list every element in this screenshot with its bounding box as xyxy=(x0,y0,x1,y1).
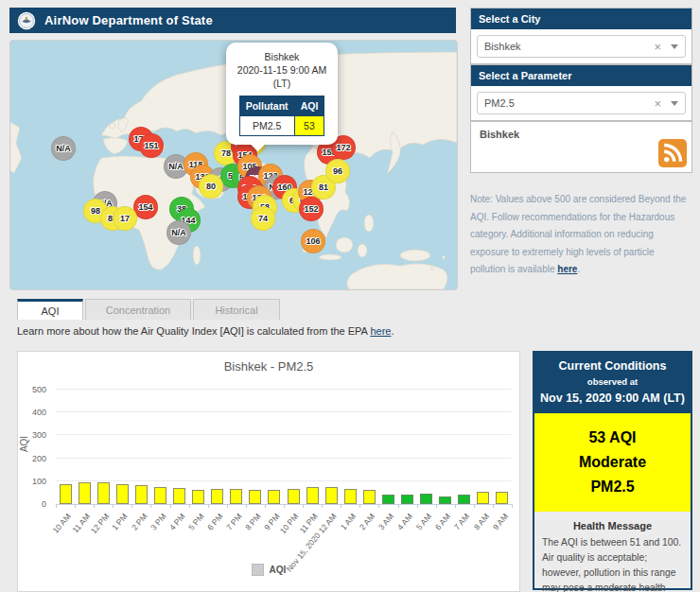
x-axis-label: 8 AM xyxy=(471,512,490,531)
popup-aqi-value: 53 xyxy=(294,115,324,135)
conditions-header: Current Conditions observed at Nov 15, 2… xyxy=(534,353,691,413)
map-marker-na[interactable]: N/A xyxy=(51,136,76,161)
parameter-panel: Select a Parameter PM2.5 × xyxy=(470,64,692,121)
x-axis-tick xyxy=(246,504,247,508)
department-of-state-seal-icon xyxy=(17,11,36,30)
conditions-title: Current Conditions xyxy=(538,357,687,375)
map-marker-106[interactable]: 106 xyxy=(301,229,325,253)
tab-historical[interactable]: Historical xyxy=(193,299,280,320)
legend-swatch xyxy=(252,564,264,576)
popup-city: Bishkek xyxy=(232,50,332,63)
tab-concentration[interactable]: Concentration xyxy=(85,299,191,320)
x-axis-tick xyxy=(227,504,228,508)
chart-bar xyxy=(306,487,319,504)
chart-bar xyxy=(192,490,204,504)
y-tick-label: 100 xyxy=(32,477,46,486)
x-axis-label: 2 AM xyxy=(358,512,376,531)
x-axis-label: 8 PM xyxy=(243,512,262,532)
x-axis-label: 9 AM xyxy=(491,512,510,531)
chart-bar xyxy=(382,495,394,504)
map-marker-96[interactable]: 96 xyxy=(325,159,350,183)
x-axis-label: 6 AM xyxy=(433,512,452,531)
x-axis-label: 5 PM xyxy=(186,512,205,532)
conditions-category: Moderate xyxy=(538,450,687,475)
x-axis-tick xyxy=(455,504,456,508)
city-caret-down-icon[interactable] xyxy=(671,44,678,49)
map-marker-na[interactable]: N/A xyxy=(166,220,191,245)
map-marker-152[interactable]: 152 xyxy=(299,197,324,221)
x-axis-tick xyxy=(322,504,323,508)
app-title: AirNow Department of State xyxy=(44,13,213,27)
city-select[interactable]: Bishkek × xyxy=(477,35,686,58)
x-axis-label: 12 PM xyxy=(88,512,110,535)
note-suffix: . xyxy=(577,264,580,274)
x-axis-tick xyxy=(150,504,151,508)
x-axis-label: 7 PM xyxy=(224,512,243,532)
x-axis-label: 1 AM xyxy=(339,512,358,531)
map-marker-151[interactable]: 151 xyxy=(139,133,164,158)
x-axis-label: 4 PM xyxy=(167,512,186,532)
view-tabs: AQI Concentration Historical xyxy=(17,299,280,320)
popup-col-pollutant: Pollutant xyxy=(239,96,294,115)
chart-title: Bishkek - PM2.5 xyxy=(18,359,519,374)
x-axis-label: 5 AM xyxy=(414,512,433,531)
epa-here-link[interactable]: here xyxy=(370,325,391,337)
health-message-title: Health Message xyxy=(534,520,691,531)
rss-icon[interactable] xyxy=(658,139,687,167)
x-axis-tick xyxy=(341,504,341,508)
x-axis-tick xyxy=(493,504,494,508)
x-axis-label: 3 AM xyxy=(376,512,395,531)
note-here-link[interactable]: here xyxy=(557,264,577,274)
rss-feed-box: Bishkek xyxy=(470,121,692,173)
city-clear-icon[interactable]: × xyxy=(654,41,661,53)
aqi-bar-chart: Bishkek - PM2.5 AQI 0100200300400500 10 … xyxy=(17,351,520,592)
conditions-aqi-block: 53 AQI Moderate PM2.5 xyxy=(534,413,691,512)
x-axis-tick xyxy=(284,504,285,508)
chart-bar xyxy=(249,490,261,504)
x-axis-label: 10 AM xyxy=(51,512,73,535)
chart-bar xyxy=(344,489,357,504)
y-tick-label: 400 xyxy=(32,408,46,417)
chart-bar xyxy=(230,489,242,504)
chart-bar xyxy=(439,496,451,504)
x-axis-label: 4 AM xyxy=(395,512,414,531)
popup-datetime: 2020-11-15 9:00 AM xyxy=(232,63,332,77)
parameter-caret-down-icon[interactable] xyxy=(671,101,678,106)
x-axis-tick xyxy=(303,504,304,508)
y-tick-label: 300 xyxy=(32,430,46,440)
map-marker-154[interactable]: 154 xyxy=(133,195,158,219)
x-axis-tick xyxy=(94,504,95,508)
popup-pollutant-value: PM2.5 xyxy=(239,115,294,135)
black-sea xyxy=(164,136,183,146)
chart-bar xyxy=(79,482,91,504)
app-header: AirNow Department of State xyxy=(9,8,456,33)
chart-legend[interactable]: AQI xyxy=(18,564,519,576)
x-axis-tick xyxy=(359,504,360,508)
y-tick-label: 0 xyxy=(42,499,46,509)
city-panel-header: Select a City xyxy=(471,9,691,29)
tab-aqi[interactable]: AQI xyxy=(17,299,83,320)
parameter-select[interactable]: PM2.5 × xyxy=(477,92,686,114)
y-tick-label: 200 xyxy=(32,454,46,463)
x-axis-label: 7 AM xyxy=(452,512,471,531)
chart-y-axis: 0100200300400500 xyxy=(18,390,50,504)
world-aqi-map[interactable]: N/A173151N/A11813078N/A52508038144N/A154… xyxy=(9,40,458,290)
feed-city-label: Bishkek xyxy=(471,122,691,140)
map-marker-80[interactable]: 80 xyxy=(199,174,223,199)
x-axis-label: 6 PM xyxy=(205,512,224,532)
chart-bar xyxy=(60,484,72,504)
y-tick-label: 500 xyxy=(32,385,46,394)
x-axis-tick xyxy=(56,504,57,508)
conditions-datetime: Nov 15, 2020 9:00 AM (LT) xyxy=(538,390,687,408)
popup-timezone: (LT) xyxy=(232,77,332,90)
map-marker-74[interactable]: 74 xyxy=(251,206,275,231)
parameter-clear-icon[interactable]: × xyxy=(654,97,661,110)
x-axis-label: 2 PM xyxy=(130,512,149,532)
chart-bar xyxy=(288,489,300,504)
x-axis-tick xyxy=(398,504,399,508)
chart-bar xyxy=(116,484,129,504)
map-marker-17[interactable]: 17 xyxy=(113,206,137,231)
conditions-aqi-value: 53 AQI xyxy=(538,426,687,450)
epa-text: Learn more about how the Air Quality Ind… xyxy=(17,325,370,337)
note-text: Note: Values above 500 are considered Be… xyxy=(470,194,686,274)
